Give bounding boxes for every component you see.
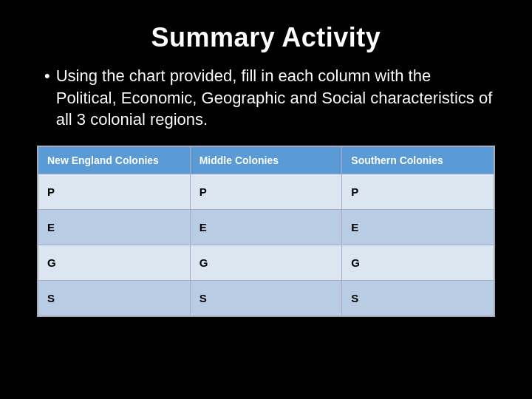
table-row: E E E (38, 210, 494, 245)
header-new-england: New England Colonies (38, 147, 191, 174)
cell-s-middle: S (190, 281, 342, 316)
cell-e-new-england: E (38, 210, 191, 245)
header-southern: Southern Colonies (342, 147, 494, 174)
cell-g-middle: G (190, 245, 342, 281)
cell-p-middle: P (190, 174, 342, 210)
cell-p-southern: P (342, 174, 494, 210)
colonies-table: New England Colonies Middle Colonies Sou… (38, 146, 494, 316)
table-row: S S S (38, 281, 494, 316)
subtitle-text: Using the chart provided, fill in each c… (56, 65, 495, 131)
table-row: P P P (38, 174, 494, 210)
cell-e-southern: E (342, 210, 494, 245)
subtitle-paragraph: • Using the chart provided, fill in each… (37, 65, 495, 131)
cell-g-southern: G (342, 245, 494, 281)
bullet-icon: • (44, 65, 50, 87)
slide-title: Summary Activity (37, 22, 495, 53)
table-header-row: New England Colonies Middle Colonies Sou… (38, 147, 494, 174)
colonies-table-wrapper: New England Colonies Middle Colonies Sou… (37, 146, 495, 317)
cell-e-middle: E (190, 210, 342, 245)
slide-container: Summary Activity • Using the chart provi… (0, 0, 532, 399)
cell-g-new-england: G (38, 245, 191, 281)
header-middle: Middle Colonies (190, 147, 342, 174)
cell-s-new-england: S (38, 281, 191, 316)
table-row: G G G (38, 245, 494, 281)
cell-s-southern: S (342, 281, 494, 316)
table-body: P P P E E E G G G S S S (38, 174, 494, 316)
cell-p-new-england: P (38, 174, 191, 210)
